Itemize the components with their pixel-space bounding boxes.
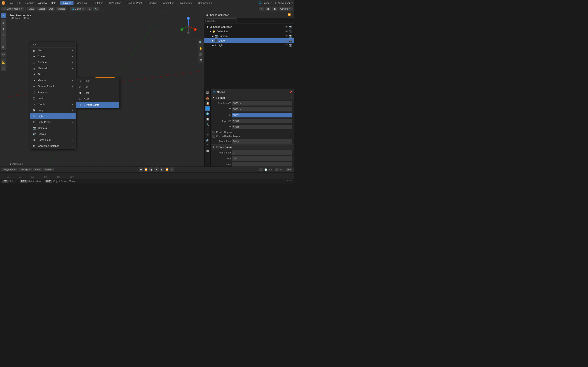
menu-item-speaker[interactable]: 🔊 Speaker [30,131,76,137]
menu-item-lattice[interactable]: ⬚ Lattice [30,95,76,101]
prev-frame-btn[interactable]: ◀ [149,167,153,172]
material-props-icon[interactable]: ⬤ [205,148,210,153]
outliner-search[interactable] [205,18,237,23]
physics-props-icon[interactable]: ⚛ [205,132,210,137]
format-section-header[interactable]: ▼ Format ≡ [211,95,294,100]
tool-add-cube[interactable]: ⬛ [1,65,6,71]
tab-rendering[interactable]: Rendering [178,1,195,5]
light-sun[interactable]: ☀ Sun [76,84,119,90]
aspect-y-value[interactable]: 1.000 [232,125,292,129]
pan-btn[interactable]: ✋ [198,45,204,51]
viewport-options[interactable]: Options ▼ [279,7,293,10]
tab-uv-editing[interactable]: UV Editing [106,1,124,5]
camera-render-icon[interactable]: 📷 [289,30,292,33]
menu-item-curve[interactable]: 〜 Curve ▶ [30,53,76,59]
light-point[interactable]: ○ Point [76,78,119,84]
tool-annotate[interactable]: ✏ [1,52,6,57]
menu-item-volume[interactable]: ☁ Volume ▶ [30,77,76,83]
current-frame[interactable]: 1 [259,168,263,171]
view-layer-props-icon[interactable]: 📋 [205,101,210,106]
tool-select[interactable]: ↖ [1,13,6,18]
res-y-value[interactable]: 1080 px [232,107,292,111]
menu-help[interactable]: Help [49,1,58,5]
menu-item-collection-instance[interactable]: ▤ Collection Instance ▶ [30,143,76,149]
tool-transform[interactable]: ⊞ [1,44,6,50]
select-menu[interactable]: Select [36,7,47,10]
render-props-icon[interactable]: 🖼 [205,90,210,95]
orthographic-btn[interactable]: ⊞ [198,57,204,63]
camera-render-icon[interactable]: 📷 [289,34,292,38]
menu-file[interactable]: File [7,1,15,5]
prev-keyframe-btn[interactable]: ⏪ [144,167,148,172]
light-area[interactable]: □ Area [76,96,119,102]
res-pct-value[interactable]: 100% [232,113,292,117]
frame-range-header[interactable]: ▼ Frame Range [211,144,294,150]
sync-icon[interactable]: ↕ [292,13,293,16]
menu-item-metaball[interactable]: ◎ Metaball ▶ [30,65,76,71]
menu-item-image[interactable]: ▣ Image ▶ [30,107,76,113]
mode-selector[interactable]: ⬛ Object Mode ▼ [1,7,24,10]
menu-item-grease-pencil[interactable]: ✏ Grease Pencil ▶ [30,83,76,89]
frame-start-input[interactable]: 1 [275,168,279,171]
viewport-3d[interactable]: User Perspective (1) Collection | Cube Z… [7,12,204,167]
data-props-icon[interactable]: ∇ [205,143,210,148]
light-3point[interactable]: ○ 3 Point Lights [76,102,119,108]
tab-animation[interactable]: Animation [160,1,177,5]
constraints-props-icon[interactable]: 🔗 [205,138,210,143]
world-props-icon[interactable]: 🌍 [205,111,210,116]
viewport-shading-material[interactable]: ◑ [265,7,271,10]
snapping[interactable]: 🔧 [93,7,99,10]
visibility-icon[interactable]: 👁 [285,25,288,28]
playback-dropdown[interactable]: Playback ▼ [2,168,17,171]
outliner-light[interactable]: ▶ ☀ Light 👁 📷 [204,43,294,48]
tab-sculpting[interactable]: Sculpting [90,1,106,5]
proportional-editing[interactable]: ⊙ [86,7,92,10]
jump-end-btn[interactable]: ⏭ [170,167,174,172]
viewport-shading-rendered[interactable]: ◐ [272,7,278,10]
pin-icon[interactable]: 📌 [289,91,292,94]
viewport-shading-solid[interactable]: ● [259,7,264,10]
tab-modeling[interactable]: Modeling [74,1,90,5]
menu-item-force-field[interactable]: ≋ Force Field ▶ [30,137,76,143]
timeline-ruler[interactable]: 20 60 100 140 180 220 [0,173,294,179]
camera-render-icon[interactable]: 📷 [289,39,292,42]
scene-props-icon[interactable]: 🌐 [205,106,210,111]
add-menu-btn[interactable]: Add [48,7,55,10]
tab-shading[interactable]: Shading [145,1,160,5]
output-props-icon[interactable]: 📤 [205,95,210,100]
modifier-props-icon[interactable]: 🔧 [205,122,210,127]
crop-render-checkbox[interactable] [212,135,215,138]
view-dropdown[interactable]: View [33,168,42,171]
menu-item-camera[interactable]: 📷 Camera [30,125,76,131]
visibility-icon[interactable]: 👁 [285,39,288,42]
zoom-in-btn[interactable]: 🔍 [198,40,204,45]
camera-render-icon[interactable]: 📷 [289,44,292,47]
menu-item-text[interactable]: A Text [30,71,76,77]
frame-step-value[interactable]: 1 [232,162,292,167]
outliner-camera[interactable]: ▶ 📷 Camera 👁 📷 [204,34,294,38]
tool-move[interactable]: ✛ [1,26,6,32]
menu-edit[interactable]: Edit [15,1,23,5]
frame-rate-value[interactable]: 24 fps ▼ [232,139,292,144]
visibility-icon[interactable]: 👁 [285,30,288,33]
aspect-x-value[interactable]: 1.000 [232,119,292,123]
tab-compositing[interactable]: Compositing [195,1,215,5]
tool-rotate[interactable]: ↺ [1,32,6,38]
next-frame-btn[interactable]: ▶ [160,167,164,172]
tool-scale[interactable]: ⤢ [1,38,6,44]
outliner-collection[interactable]: ▼ 📁 Collection 👁 📷 [204,29,294,34]
view-menu[interactable]: View [27,7,36,10]
res-x-value[interactable]: 1080 px [232,101,292,106]
keying-dropdown[interactable]: Keying ▼ [19,168,32,171]
jump-start-btn[interactable]: ⏮ [139,167,143,172]
menu-item-light[interactable]: ☀ Light ▶ [30,113,76,119]
menu-render[interactable]: Render [24,1,36,5]
camera-render-icon[interactable]: 📷 [289,25,292,28]
blender-logo[interactable] [1,0,6,6]
object-props-icon[interactable]: 🔲 [205,117,210,122]
menu-item-armature[interactable]: ⟨ Armature [30,89,76,95]
menu-item-empty[interactable]: ✕ Empty ▶ [30,101,76,107]
menu-item-mesh[interactable]: ▦ Mesh ▶ [30,48,76,53]
outliner-scene-collection[interactable]: ▼ 🗂 Scene Collection 👁 📷 [204,25,294,29]
visibility-icon[interactable]: 👁 [285,34,288,38]
